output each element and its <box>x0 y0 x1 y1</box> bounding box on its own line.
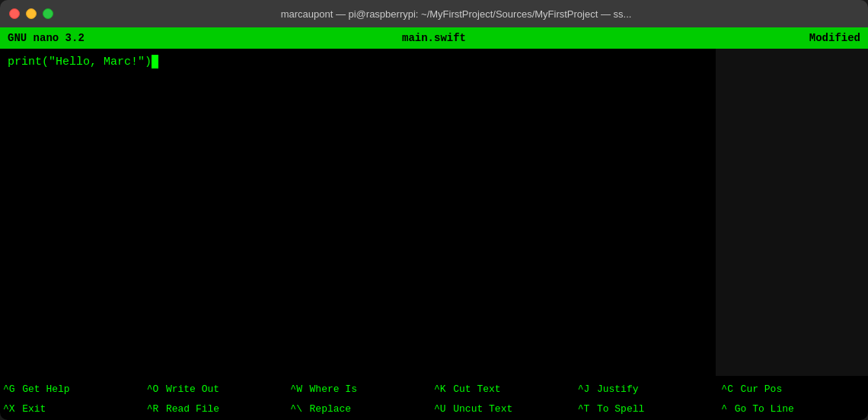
nano-version: GNU nano 3.2 <box>8 32 160 44</box>
shortcut-label-replace: Replace <box>310 403 352 415</box>
shortcut-caret-g: ^G <box>3 383 15 395</box>
shortcut-label-write-out: Write Out <box>166 383 219 395</box>
traffic-lights <box>9 8 53 19</box>
close-button[interactable] <box>9 8 20 19</box>
shortcut-label-to-spell: To Spell <box>597 403 644 415</box>
shortcut-justify[interactable]: ^J Justify <box>578 382 722 396</box>
shortcut-read-file[interactable]: ^R Read File <box>147 402 291 415</box>
shortcut-row-1: ^G Get Help ^O Write Out ^W Where Is ^K … <box>0 379 868 399</box>
shortcut-label-get-help: Get Help <box>22 383 69 395</box>
shortcut-write-out[interactable]: ^O Write Out <box>147 382 291 396</box>
shortcut-caret-x: ^X <box>3 403 15 415</box>
shortcut-caret-j: ^J <box>578 383 590 395</box>
titlebar: marcaupont — pi@raspberrypi: ~/MyFirstPr… <box>0 0 868 27</box>
shortcut-go-to-line[interactable]: ^ Go To Line <box>721 402 865 415</box>
cursor <box>152 55 158 68</box>
window: marcaupont — pi@raspberrypi: ~/MyFirstPr… <box>0 0 868 420</box>
shortcut-label-where-is: Where Is <box>310 383 357 395</box>
shortcut-caret-k: ^K <box>434 383 446 395</box>
shortcut-caret-o: ^O <box>147 383 159 395</box>
shortcut-cut-text[interactable]: ^K Cut Text <box>434 382 578 396</box>
shortcut-label-go-to-line: Go To Line <box>735 403 794 415</box>
shortcut-caret-u: ^U <box>434 403 446 415</box>
shortcut-caret-t: ^T <box>578 403 590 415</box>
shortcut-replace[interactable]: ^\ Replace <box>290 402 434 415</box>
shortcut-row-2: ^X Exit ^R Read File ^\ Replace ^U Uncut… <box>0 399 868 418</box>
shortcut-label-uncut-text: Uncut Text <box>453 403 512 415</box>
shortcut-where-is[interactable]: ^W Where Is <box>290 382 434 396</box>
editor-text: print("Hello, Marc!") <box>8 56 152 68</box>
shortcut-caret-w: ^W <box>290 383 302 395</box>
nano-header: GNU nano 3.2 main.swift Modified <box>0 27 868 49</box>
shortcut-label-justify: Justify <box>597 383 639 395</box>
bottom-bar: ^G Get Help ^O Write Out ^W Where Is ^K … <box>0 376 868 420</box>
editor-area[interactable]: print("Hello, Marc!") <box>0 49 868 376</box>
shortcut-caret-r: ^R <box>147 403 159 415</box>
minimize-button[interactable] <box>26 8 37 19</box>
shortcut-get-help[interactable]: ^G Get Help <box>3 382 147 396</box>
maximize-button[interactable] <box>43 8 53 19</box>
shortcut-label-exit: Exit <box>22 403 46 415</box>
shortcut-to-spell[interactable]: ^T To Spell <box>578 402 722 415</box>
shortcut-caret-c: ^C <box>721 383 733 395</box>
shortcut-caret-backslash: ^\ <box>290 403 302 415</box>
titlebar-text: marcaupont — pi@raspberrypi: ~/MyFirstPr… <box>53 8 859 20</box>
shortcut-caret-goto: ^ <box>721 403 727 415</box>
shortcut-label-cur-pos: Cur Pos <box>741 383 783 395</box>
shortcut-cur-pos[interactable]: ^C Cur Pos <box>721 382 865 396</box>
shortcut-uncut-text[interactable]: ^U Uncut Text <box>434 402 578 415</box>
shortcut-label-cut-text: Cut Text <box>453 383 500 395</box>
dark-overlay <box>716 49 868 376</box>
nano-status: Modified <box>708 32 860 44</box>
shortcut-exit[interactable]: ^X Exit <box>3 402 147 415</box>
shortcut-label-read-file: Read File <box>166 403 219 415</box>
nano-filename: main.swift <box>160 32 708 44</box>
